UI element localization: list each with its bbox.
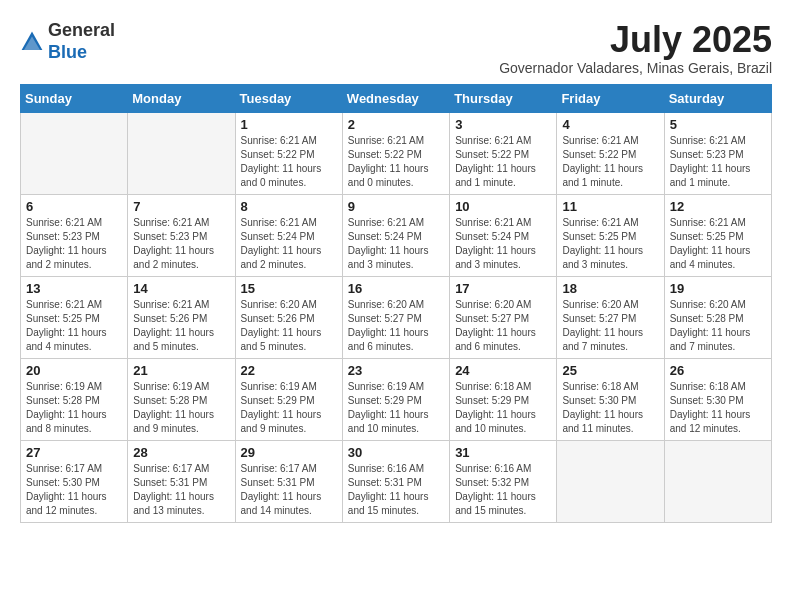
day-number: 9 <box>348 199 444 214</box>
day-number: 24 <box>455 363 551 378</box>
day-number: 4 <box>562 117 658 132</box>
calendar-cell: 26Sunrise: 6:18 AMSunset: 5:30 PMDayligh… <box>664 358 771 440</box>
calendar-cell: 27Sunrise: 6:17 AMSunset: 5:30 PMDayligh… <box>21 440 128 522</box>
calendar-cell: 3Sunrise: 6:21 AMSunset: 5:22 PMDaylight… <box>450 112 557 194</box>
day-number: 5 <box>670 117 766 132</box>
calendar-cell: 29Sunrise: 6:17 AMSunset: 5:31 PMDayligh… <box>235 440 342 522</box>
day-header-tuesday: Tuesday <box>235 84 342 112</box>
day-number: 31 <box>455 445 551 460</box>
day-info: Sunrise: 6:17 AMSunset: 5:31 PMDaylight:… <box>133 462 229 518</box>
calendar-cell: 20Sunrise: 6:19 AMSunset: 5:28 PMDayligh… <box>21 358 128 440</box>
calendar-week-row: 1Sunrise: 6:21 AMSunset: 5:22 PMDaylight… <box>21 112 772 194</box>
day-info: Sunrise: 6:21 AMSunset: 5:25 PMDaylight:… <box>670 216 766 272</box>
calendar-header-row: SundayMondayTuesdayWednesdayThursdayFrid… <box>21 84 772 112</box>
calendar-cell: 14Sunrise: 6:21 AMSunset: 5:26 PMDayligh… <box>128 276 235 358</box>
calendar-cell: 7Sunrise: 6:21 AMSunset: 5:23 PMDaylight… <box>128 194 235 276</box>
day-number: 6 <box>26 199 122 214</box>
calendar-cell: 24Sunrise: 6:18 AMSunset: 5:29 PMDayligh… <box>450 358 557 440</box>
day-number: 28 <box>133 445 229 460</box>
day-info: Sunrise: 6:18 AMSunset: 5:30 PMDaylight:… <box>670 380 766 436</box>
calendar-table: SundayMondayTuesdayWednesdayThursdayFrid… <box>20 84 772 523</box>
calendar-cell: 28Sunrise: 6:17 AMSunset: 5:31 PMDayligh… <box>128 440 235 522</box>
calendar-cell: 5Sunrise: 6:21 AMSunset: 5:23 PMDaylight… <box>664 112 771 194</box>
day-info: Sunrise: 6:21 AMSunset: 5:25 PMDaylight:… <box>26 298 122 354</box>
day-info: Sunrise: 6:20 AMSunset: 5:26 PMDaylight:… <box>241 298 337 354</box>
calendar-cell: 4Sunrise: 6:21 AMSunset: 5:22 PMDaylight… <box>557 112 664 194</box>
day-info: Sunrise: 6:21 AMSunset: 5:23 PMDaylight:… <box>133 216 229 272</box>
calendar-cell: 12Sunrise: 6:21 AMSunset: 5:25 PMDayligh… <box>664 194 771 276</box>
day-number: 16 <box>348 281 444 296</box>
day-info: Sunrise: 6:21 AMSunset: 5:24 PMDaylight:… <box>348 216 444 272</box>
calendar-cell: 31Sunrise: 6:16 AMSunset: 5:32 PMDayligh… <box>450 440 557 522</box>
day-number: 2 <box>348 117 444 132</box>
calendar-cell: 17Sunrise: 6:20 AMSunset: 5:27 PMDayligh… <box>450 276 557 358</box>
day-number: 27 <box>26 445 122 460</box>
day-number: 25 <box>562 363 658 378</box>
logo-icon <box>20 30 44 54</box>
day-number: 22 <box>241 363 337 378</box>
day-number: 12 <box>670 199 766 214</box>
day-header-monday: Monday <box>128 84 235 112</box>
calendar-cell: 2Sunrise: 6:21 AMSunset: 5:22 PMDaylight… <box>342 112 449 194</box>
day-number: 1 <box>241 117 337 132</box>
calendar-cell: 22Sunrise: 6:19 AMSunset: 5:29 PMDayligh… <box>235 358 342 440</box>
day-info: Sunrise: 6:21 AMSunset: 5:23 PMDaylight:… <box>26 216 122 272</box>
day-info: Sunrise: 6:20 AMSunset: 5:27 PMDaylight:… <box>348 298 444 354</box>
location: Governador Valadares, Minas Gerais, Braz… <box>499 60 772 76</box>
day-number: 19 <box>670 281 766 296</box>
day-number: 21 <box>133 363 229 378</box>
day-info: Sunrise: 6:17 AMSunset: 5:31 PMDaylight:… <box>241 462 337 518</box>
calendar-cell: 15Sunrise: 6:20 AMSunset: 5:26 PMDayligh… <box>235 276 342 358</box>
calendar-cell: 30Sunrise: 6:16 AMSunset: 5:31 PMDayligh… <box>342 440 449 522</box>
day-info: Sunrise: 6:20 AMSunset: 5:28 PMDaylight:… <box>670 298 766 354</box>
calendar-cell: 13Sunrise: 6:21 AMSunset: 5:25 PMDayligh… <box>21 276 128 358</box>
calendar-cell: 11Sunrise: 6:21 AMSunset: 5:25 PMDayligh… <box>557 194 664 276</box>
day-info: Sunrise: 6:19 AMSunset: 5:29 PMDaylight:… <box>241 380 337 436</box>
day-info: Sunrise: 6:19 AMSunset: 5:28 PMDaylight:… <box>133 380 229 436</box>
day-info: Sunrise: 6:20 AMSunset: 5:27 PMDaylight:… <box>562 298 658 354</box>
day-info: Sunrise: 6:21 AMSunset: 5:24 PMDaylight:… <box>455 216 551 272</box>
day-info: Sunrise: 6:17 AMSunset: 5:30 PMDaylight:… <box>26 462 122 518</box>
calendar-cell: 23Sunrise: 6:19 AMSunset: 5:29 PMDayligh… <box>342 358 449 440</box>
calendar-cell: 21Sunrise: 6:19 AMSunset: 5:28 PMDayligh… <box>128 358 235 440</box>
day-info: Sunrise: 6:19 AMSunset: 5:29 PMDaylight:… <box>348 380 444 436</box>
calendar-cell: 19Sunrise: 6:20 AMSunset: 5:28 PMDayligh… <box>664 276 771 358</box>
day-header-saturday: Saturday <box>664 84 771 112</box>
day-number: 11 <box>562 199 658 214</box>
day-info: Sunrise: 6:21 AMSunset: 5:26 PMDaylight:… <box>133 298 229 354</box>
day-info: Sunrise: 6:21 AMSunset: 5:22 PMDaylight:… <box>562 134 658 190</box>
calendar-cell: 6Sunrise: 6:21 AMSunset: 5:23 PMDaylight… <box>21 194 128 276</box>
day-number: 8 <box>241 199 337 214</box>
page-header: General Blue July 2025 Governador Valada… <box>20 20 772 76</box>
calendar-cell <box>664 440 771 522</box>
day-info: Sunrise: 6:21 AMSunset: 5:25 PMDaylight:… <box>562 216 658 272</box>
day-number: 20 <box>26 363 122 378</box>
calendar-cell <box>21 112 128 194</box>
title-block: July 2025 Governador Valadares, Minas Ge… <box>499 20 772 76</box>
day-info: Sunrise: 6:21 AMSunset: 5:24 PMDaylight:… <box>241 216 337 272</box>
calendar-cell: 1Sunrise: 6:21 AMSunset: 5:22 PMDaylight… <box>235 112 342 194</box>
calendar-week-row: 6Sunrise: 6:21 AMSunset: 5:23 PMDaylight… <box>21 194 772 276</box>
day-number: 29 <box>241 445 337 460</box>
day-info: Sunrise: 6:21 AMSunset: 5:22 PMDaylight:… <box>455 134 551 190</box>
day-info: Sunrise: 6:19 AMSunset: 5:28 PMDaylight:… <box>26 380 122 436</box>
day-number: 17 <box>455 281 551 296</box>
day-number: 13 <box>26 281 122 296</box>
day-header-wednesday: Wednesday <box>342 84 449 112</box>
day-number: 14 <box>133 281 229 296</box>
day-number: 7 <box>133 199 229 214</box>
day-number: 30 <box>348 445 444 460</box>
day-number: 23 <box>348 363 444 378</box>
day-number: 10 <box>455 199 551 214</box>
day-header-sunday: Sunday <box>21 84 128 112</box>
day-number: 18 <box>562 281 658 296</box>
day-info: Sunrise: 6:16 AMSunset: 5:31 PMDaylight:… <box>348 462 444 518</box>
day-number: 26 <box>670 363 766 378</box>
calendar-week-row: 20Sunrise: 6:19 AMSunset: 5:28 PMDayligh… <box>21 358 772 440</box>
day-info: Sunrise: 6:21 AMSunset: 5:22 PMDaylight:… <box>241 134 337 190</box>
logo: General Blue <box>20 20 115 63</box>
logo-text: General Blue <box>48 20 115 63</box>
calendar-week-row: 27Sunrise: 6:17 AMSunset: 5:30 PMDayligh… <box>21 440 772 522</box>
calendar-cell: 18Sunrise: 6:20 AMSunset: 5:27 PMDayligh… <box>557 276 664 358</box>
day-header-thursday: Thursday <box>450 84 557 112</box>
